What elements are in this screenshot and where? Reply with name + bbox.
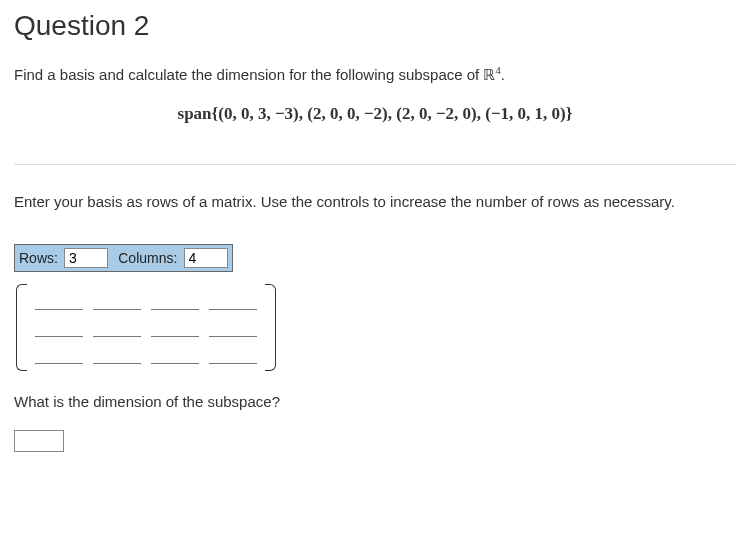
span-expression: span{(0, 0, 3, −3), (2, 0, 0, −2), (2, 0… <box>14 104 736 124</box>
prompt-prefix: Find a basis and calculate the dimension… <box>14 66 483 83</box>
divider <box>14 164 736 165</box>
matrix-cell[interactable] <box>209 291 257 310</box>
rows-input[interactable] <box>64 248 108 268</box>
cols-input[interactable] <box>184 248 228 268</box>
instruction-text: Enter your basis as rows of a matrix. Us… <box>14 191 736 212</box>
table-row <box>34 317 258 338</box>
space-symbol: ℝ4 <box>483 67 500 83</box>
span-label: span <box>178 104 212 123</box>
matrix-cell[interactable] <box>151 345 199 364</box>
matrix-size-controls: Rows: Columns: <box>14 244 233 272</box>
matrix-grid <box>26 284 266 371</box>
matrix-cell[interactable] <box>93 291 141 310</box>
matrix-cell[interactable] <box>35 318 83 337</box>
matrix-input <box>14 282 736 373</box>
matrix-cell[interactable] <box>93 345 141 364</box>
matrix-cell[interactable] <box>151 291 199 310</box>
matrix-cell[interactable] <box>35 345 83 364</box>
cols-label: Columns: <box>118 250 177 266</box>
table-row <box>34 290 258 311</box>
matrix-cell[interactable] <box>35 291 83 310</box>
matrix-cell[interactable] <box>93 318 141 337</box>
rows-label: Rows: <box>19 250 58 266</box>
question-title: Question 2 <box>14 10 736 42</box>
prompt-text: Find a basis and calculate the dimension… <box>14 64 736 86</box>
paren-left <box>14 282 26 373</box>
dimension-input[interactable] <box>14 430 64 452</box>
matrix-cell[interactable] <box>151 318 199 337</box>
dimension-question: What is the dimension of the subspace? <box>14 391 736 412</box>
matrix-cell[interactable] <box>209 345 257 364</box>
matrix-cell[interactable] <box>209 318 257 337</box>
span-set: {(0, 0, 3, −3), (2, 0, 0, −2), (2, 0, −2… <box>212 104 573 123</box>
paren-right <box>266 282 278 373</box>
table-row <box>34 344 258 365</box>
